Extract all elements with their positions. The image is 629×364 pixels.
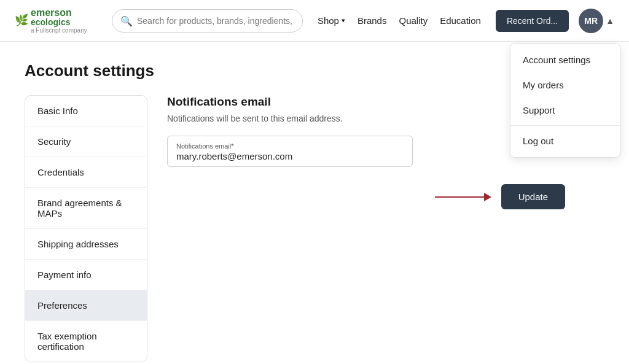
search-input[interactable] [112, 9, 303, 33]
email-field-label: Notifications email* [176, 142, 404, 150]
update-row: Update [167, 184, 565, 209]
dropdown-my-orders[interactable]: My orders [510, 72, 620, 98]
main-nav: Shop ▾ Brands Quality Education [318, 15, 481, 26]
logo-sub: ecologics [31, 18, 87, 27]
main-content: Account settings Basic Info Security Cre… [0, 42, 590, 364]
dropdown-account-settings[interactable]: Account settings [510, 47, 620, 72]
user-menu-area: MR ▲ Account settings My orders Support … [579, 9, 614, 33]
nav-brands[interactable]: Brands [357, 15, 387, 26]
sidebar-item-tax[interactable]: Tax exemption certification [25, 321, 147, 362]
nav-shop[interactable]: Shop ▾ [318, 15, 345, 26]
email-field-container: Notifications email* mary.roberts@emerso… [167, 136, 413, 167]
dropdown-logout[interactable]: Log out [510, 128, 620, 153]
nav-quality[interactable]: Quality [399, 15, 428, 26]
chevron-down-icon: ▾ [342, 17, 345, 25]
user-dropdown-menu: Account settings My orders Support Log o… [510, 43, 620, 158]
search-bar: 🔍 [112, 9, 303, 33]
email-field-value: mary.roberts@emerson.com [176, 151, 292, 161]
recent-orders-button[interactable]: Recent Ord... [496, 10, 569, 32]
logo: 🌿 emerson ecologics a Fullscript company [15, 7, 95, 34]
logo-brand: emerson [31, 7, 87, 18]
dropdown-support[interactable]: Support [510, 98, 620, 123]
nav-education[interactable]: Education [440, 15, 481, 26]
search-icon: 🔍 [120, 15, 133, 26]
page-title: Account settings [25, 61, 565, 80]
sidebar-item-preferences[interactable]: Preferences [25, 290, 147, 321]
sidebar-item-payment[interactable]: Payment info [25, 260, 147, 290]
update-button[interactable]: Update [501, 184, 565, 209]
content-layout: Basic Info Security Credentials Brand ag… [25, 95, 565, 362]
header: 🌿 emerson ecologics a Fullscript company… [0, 0, 629, 42]
notifications-description: Notifications will be sent to this email… [167, 114, 565, 123]
sidebar-item-basic-info[interactable]: Basic Info [25, 96, 147, 126]
dropdown-divider [510, 125, 620, 126]
logo-leaf-icon: 🌿 [15, 14, 28, 27]
sidebar-item-brand-agreements[interactable]: Brand agreements & MAPs [25, 188, 147, 229]
sidebar-item-credentials[interactable]: Credentials [25, 157, 147, 188]
notifications-section-title: Notifications email [167, 95, 565, 109]
sidebar-item-shipping[interactable]: Shipping addresses [25, 229, 147, 260]
right-panel: Notifications email Notifications will b… [167, 95, 565, 209]
sidebar-item-security[interactable]: Security [25, 126, 147, 157]
sidebar-nav: Basic Info Security Credentials Brand ag… [25, 95, 147, 362]
user-menu-chevron-icon[interactable]: ▲ [606, 16, 614, 26]
arrow-head-icon [484, 193, 491, 201]
avatar-button[interactable]: MR [579, 9, 603, 33]
arrow-line [435, 196, 484, 198]
logo-tagline: a Fullscript company [31, 27, 87, 34]
arrow-area [167, 193, 491, 201]
